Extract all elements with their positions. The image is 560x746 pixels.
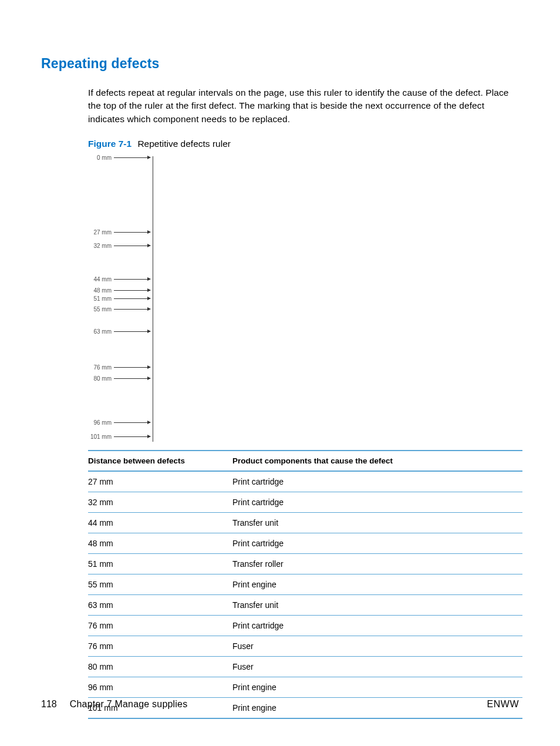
cell-component: Fuser [232,657,522,677]
cell-component: Transfer unit [232,595,522,616]
table-row: 48 mmPrint cartridge [88,533,522,554]
ruler-mark-label: 80 mm [88,375,114,382]
ruler-mark: 0 mm [88,154,164,161]
cell-component: Print engine [232,574,522,595]
cell-distance: 44 mm [88,513,232,533]
chapter-label: Chapter 7 Manage supplies [70,699,188,710]
cell-component: Print cartridge [232,471,522,492]
table-row: 44 mmTransfer unit [88,513,522,533]
ruler-mark: 51 mm [88,295,164,302]
cell-distance: 76 mm [88,616,232,636]
table-row: 80 mmFuser [88,657,522,677]
ruler-arrow-icon [114,436,150,437]
ruler-mark-label: 63 mm [88,328,114,335]
cell-distance: 96 mm [88,677,232,698]
document-page: Repeating defects If defects repeat at r… [0,0,560,746]
ruler-arrow-icon [114,378,150,379]
ruler-mark: 55 mm [88,306,164,313]
table-header-distance: Distance between defects [88,451,232,471]
ruler-arrow-icon [114,157,150,158]
ruler-arrow-icon [114,290,150,291]
table-header-component: Product components that cause the defect [232,451,522,471]
cell-component: Print cartridge [232,533,522,554]
ruler-arrow-icon [114,309,150,310]
figure-label: Figure 7-1 [88,139,131,149]
ruler-arrow-icon [114,367,150,368]
ruler-mark: 101 mm [88,433,164,440]
cell-distance: 51 mm [88,554,232,574]
cell-component: Transfer roller [232,554,522,574]
defects-table: Distance between defects Product compone… [88,450,522,719]
ruler-mark-label: 51 mm [88,295,114,302]
ruler-mark-label: 101 mm [88,434,114,440]
ruler-mark: 76 mm [88,364,164,371]
ruler-mark: 63 mm [88,328,164,335]
cell-distance: 27 mm [88,471,232,492]
table-row: 96 mmPrint engine [88,677,522,698]
figure-title: Repetitive defects ruler [137,139,231,149]
ruler-mark-label: 76 mm [88,364,114,371]
footer-right: ENWW [487,699,519,710]
table-row: 32 mmPrint cartridge [88,492,522,513]
ruler-mark-label: 32 mm [88,243,114,249]
ruler-mark: 80 mm [88,375,164,382]
cell-component: Fuser [232,636,522,657]
cell-distance: 76 mm [88,636,232,657]
section-heading: Repeating defects [41,56,519,72]
ruler-figure: 0 mm27 mm32 mm44 mm48 mm51 mm55 mm63 mm7… [88,154,205,442]
cell-component: Print engine [232,677,522,698]
ruler-arrow-icon [114,298,150,299]
ruler-mark: 32 mm [88,243,164,250]
ruler-mark: 44 mm [88,275,164,283]
page-footer: 118 Chapter 7 Manage supplies ENWW [41,699,519,710]
table-row: 27 mmPrint cartridge [88,471,522,492]
table-row: 76 mmFuser [88,636,522,657]
ruler-mark-label: 96 mm [88,419,114,426]
ruler-mark: 48 mm [88,287,164,294]
cell-component: Print cartridge [232,492,522,513]
ruler-arrow-icon [114,232,150,233]
cell-distance: 48 mm [88,533,232,554]
ruler-arrow-icon [114,422,150,423]
table-row: 55 mmPrint engine [88,574,522,595]
ruler-mark: 96 mm [88,419,164,426]
ruler-mark-label: 44 mm [88,276,114,283]
table-row: 76 mmPrint cartridge [88,616,522,636]
ruler-mark-label: 0 mm [88,154,114,161]
ruler-arrow-icon [114,279,150,280]
cell-component: Print cartridge [232,616,522,636]
figure-caption: Figure 7-1 Repetitive defects ruler [88,139,519,149]
page-number: 118 [41,699,57,710]
cell-distance: 80 mm [88,657,232,677]
ruler-mark-label: 27 mm [88,229,114,236]
table-body: 27 mmPrint cartridge32 mmPrint cartridge… [88,471,522,718]
table-row: 63 mmTransfer unit [88,595,522,616]
ruler-arrow-icon [114,246,150,246]
ruler-mark-label: 48 mm [88,287,114,294]
ruler-mark: 27 mm [88,228,164,236]
cell-distance: 63 mm [88,595,232,616]
cell-component: Transfer unit [232,513,522,533]
table-row: 51 mmTransfer roller [88,554,522,574]
ruler-mark-label: 55 mm [88,306,114,312]
cell-distance: 32 mm [88,492,232,513]
cell-distance: 55 mm [88,574,232,595]
body-paragraph: If defects repeat at regular intervals o… [88,86,519,126]
ruler-arrow-icon [114,331,150,332]
table-header-row: Distance between defects Product compone… [88,451,522,471]
